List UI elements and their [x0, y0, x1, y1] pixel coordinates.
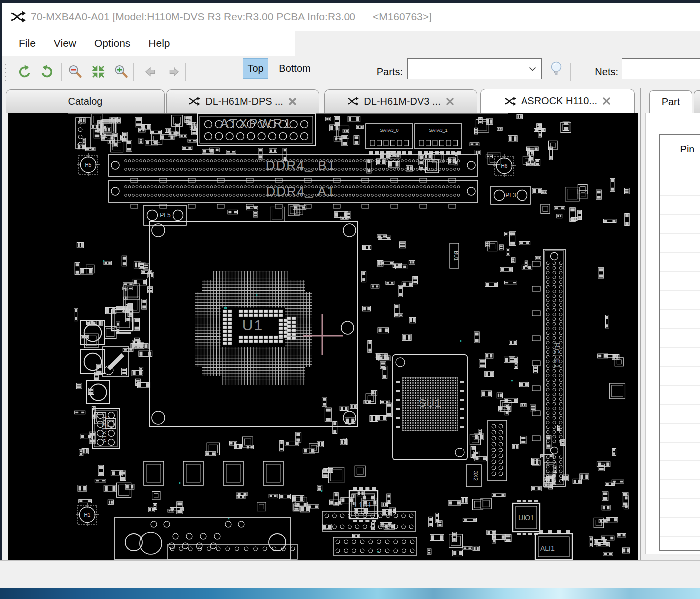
- svg-text:H1: H1: [84, 512, 91, 518]
- svg-text:BU1: BU1: [453, 251, 459, 261]
- svg-text:3X2: 3X2: [473, 471, 479, 481]
- highlight-bulb-button[interactable]: [547, 60, 565, 78]
- menu-item-view[interactable]: View: [54, 37, 76, 49]
- tab-net[interactable]: N: [694, 90, 700, 113]
- layer-bottom-button[interactable]: Bottom: [272, 58, 318, 79]
- svg-text:H6: H6: [501, 163, 508, 169]
- zoom-in-button[interactable]: [112, 62, 131, 81]
- component-3X2: 3X2: [466, 465, 481, 487]
- nav-back-button[interactable]: [141, 62, 160, 81]
- window-top-border: [0, 0, 700, 3]
- mount-hole-H1: H1: [76, 503, 99, 526]
- component-BU1: BU1: [450, 243, 459, 268]
- svg-text:DDR4_ A1: DDR4_ A1: [266, 184, 335, 199]
- component-DDR4_ A1: DDR4_ A1: [109, 180, 478, 208]
- tab-label: DL-H61M-DPS ...: [205, 96, 283, 107]
- svg-text:PL5: PL5: [160, 212, 171, 219]
- toolbar-separator: [61, 63, 62, 81]
- shuffle-icon[interactable]: [11, 11, 26, 23]
- svg-text:UIO1: UIO1: [518, 514, 534, 522]
- component-UIO1: UIO1: [513, 500, 540, 535]
- pin-table-row: [660, 234, 700, 253]
- component-ALI1: ALI1: [535, 530, 572, 560]
- shuffle-icon: [347, 97, 359, 106]
- nav-forward-button[interactable]: [165, 62, 183, 81]
- nav-forward-icon: [166, 66, 182, 77]
- fit-view-button[interactable]: [89, 62, 108, 81]
- tab-dl-h61m-dps[interactable]: DL-H61M-DPS ...: [166, 89, 319, 113]
- pin-table-row: [660, 367, 700, 386]
- menu-item-file[interactable]: File: [19, 37, 36, 49]
- pin-table-row: [660, 310, 700, 329]
- tab-label: ASROCK H110...: [521, 95, 597, 107]
- shuffle-icon: [504, 97, 516, 106]
- svg-text:ATXPWR1: ATXPWR1: [220, 116, 293, 131]
- board-canvas[interactable]: ATXPWR1SATA3_0SATA3_1DDR4_ B1DDR4_ A1U1S…: [8, 113, 638, 560]
- svg-text:H5: H5: [85, 162, 92, 168]
- application-window: 70-MXB4A0-A01 [Model:H110M-DVS R3 Rev:R3…: [0, 0, 700, 599]
- menu-item-options[interactable]: Options: [94, 37, 130, 49]
- zoom-out-button[interactable]: [66, 62, 85, 81]
- pin-table-row: [660, 348, 700, 367]
- component-ATXPWR1: ATXPWR1: [197, 114, 315, 146]
- board-view: ATXPWR1SATA3_0SATA3_1DDR4_ B1DDR4_ A1U1S…: [8, 113, 638, 560]
- document-tab-bar: Catalog DL-H61M-DPS ... DL-H61M-DV3 ...: [0, 88, 700, 113]
- chevron-down-icon: [529, 67, 536, 71]
- svg-text:ALI1: ALI1: [540, 544, 555, 552]
- pin-table-row: [660, 480, 700, 499]
- zoom-out-icon: [68, 64, 83, 79]
- close-icon[interactable]: [602, 97, 611, 105]
- component-SATA3_0: SATA3_0: [366, 124, 413, 155]
- pin-table-row: [660, 537, 700, 556]
- tab-asrock-h110[interactable]: ASROCK H110...: [480, 89, 635, 113]
- toolbar: Top Bottom Parts: Nets:: [0, 56, 700, 88]
- tab-catalog[interactable]: Catalog: [6, 89, 165, 113]
- pin-table-row: [660, 291, 700, 310]
- tab-part[interactable]: Part: [649, 90, 692, 113]
- status-bar: [0, 560, 700, 588]
- parts-combobox[interactable]: [407, 58, 542, 79]
- pin-table-row: [660, 196, 700, 215]
- menu-bar: File View Options Help: [0, 31, 700, 56]
- rotate-cw-icon: [40, 64, 55, 79]
- choke: [81, 350, 105, 374]
- menu-item-help[interactable]: Help: [148, 37, 170, 49]
- window-title: 70-MXB4A0-A01 [Model:H110M-DVS R3 Rev:R3…: [31, 11, 432, 23]
- pin-table-row: [660, 386, 700, 405]
- pin-table-row: [660, 518, 700, 537]
- inspector-panel: Part N Pin: [640, 88, 700, 560]
- shuffle-icon: [188, 97, 200, 106]
- mount-hole-H6: H6: [493, 154, 516, 177]
- component-PL3: PL3: [491, 186, 530, 204]
- svg-text:SU1: SU1: [419, 397, 442, 409]
- close-icon[interactable]: [446, 97, 454, 106]
- svg-text:PCIE1: PCIE1: [553, 343, 561, 369]
- parts-label: Parts:: [370, 56, 403, 88]
- tab-dl-h61m-dv3[interactable]: DL-H61M-DV3 ...: [324, 89, 477, 113]
- zoom-in-icon: [114, 64, 129, 79]
- toolbar-separator: [185, 63, 186, 81]
- nav-back-icon: [142, 66, 159, 77]
- desktop-wallpaper: [0, 588, 700, 599]
- component-SATA3_1: SATA3_1: [415, 124, 462, 155]
- pin-table-rows: [660, 177, 700, 556]
- window-left-border: [0, 0, 2, 560]
- board-ring: [140, 532, 162, 554]
- pin-header: [488, 420, 507, 481]
- component-SU1: SU1: [393, 355, 467, 460]
- rotate-ccw-button[interactable]: [15, 62, 34, 81]
- svg-text:DDR4_ B1: DDR4_ B1: [266, 158, 336, 173]
- menu-panel: File View Options Help: [0, 31, 295, 56]
- svg-text:PL3: PL3: [505, 192, 516, 199]
- close-icon[interactable]: [288, 97, 297, 106]
- pin-table-row: [660, 424, 700, 443]
- svg-text:U1: U1: [242, 317, 263, 333]
- nets-input[interactable]: [622, 58, 700, 79]
- board-ring: [341, 321, 354, 334]
- pin-header: [333, 537, 417, 555]
- layer-top-button[interactable]: Top: [243, 58, 268, 79]
- rotate-cw-button[interactable]: [38, 62, 57, 81]
- pin-table-row: [660, 499, 700, 518]
- tab-label: Catalog: [68, 96, 103, 107]
- toolbar-grip[interactable]: [5, 64, 6, 81]
